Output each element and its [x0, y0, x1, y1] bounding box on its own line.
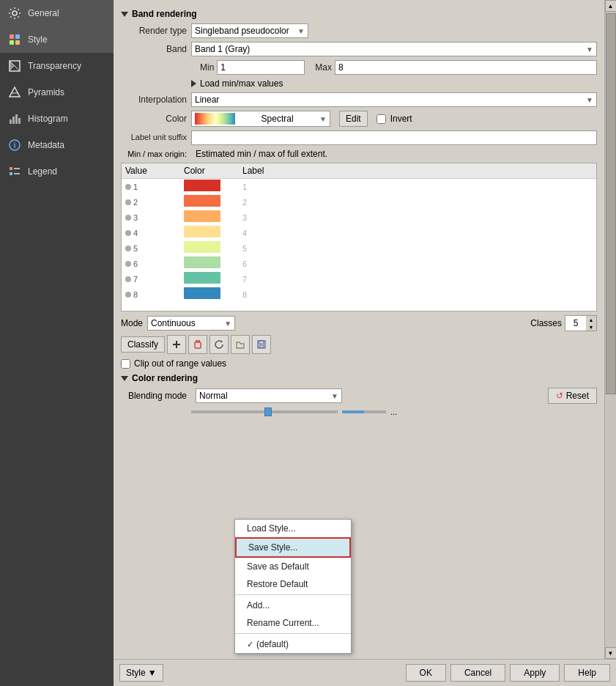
clip-checkbox[interactable]: [121, 359, 130, 369]
label-unit-label: Label unit suffix: [121, 133, 187, 142]
classify-toolbar: Classify: [121, 335, 597, 354]
sidebar-item-legend[interactable]: Legend: [0, 158, 114, 185]
scrollbar[interactable]: ▲ ▼: [604, 0, 616, 659]
content-area: Band rendering Render type Singleband ps…: [114, 0, 604, 659]
save-icon-button[interactable]: [252, 335, 271, 354]
svg-rect-26: [259, 345, 264, 347]
sidebar-transparency-label: Transparency: [28, 61, 81, 71]
svg-rect-9: [12, 117, 15, 124]
mode-combo[interactable]: Continuous ▼: [147, 316, 235, 331]
opacity-slider-row: ...: [191, 407, 597, 416]
interpolation-combo[interactable]: Linear ▼: [191, 92, 597, 107]
sidebar-item-general[interactable]: General: [0, 0, 114, 26]
opacity-slider[interactable]: [191, 410, 338, 413]
general-icon: [7, 6, 22, 21]
render-type-row: Render type Singleband pseudocolor ▼: [121, 23, 597, 38]
color-rendering-section: Color rendering Blending mode Normal ▼ ↺…: [121, 373, 597, 416]
save-style-item[interactable]: Save Style...: [235, 537, 351, 558]
band-combo[interactable]: Band 1 (Gray) ▼: [191, 42, 597, 56]
brightness-slider[interactable]: [342, 410, 386, 413]
blending-combo[interactable]: Normal ▼: [196, 388, 342, 403]
sidebar-pyramids-label: Pyramids: [28, 87, 64, 97]
interpolation-arrow-icon: ▼: [586, 96, 593, 104]
band-rendering-header: Band rendering: [121, 9, 597, 19]
header-value: Value: [125, 166, 184, 176]
sidebar-item-transparency[interactable]: Transparency: [0, 53, 114, 79]
style-dropdown-menu: Load Style... Save Style... Save as Defa…: [234, 519, 352, 654]
label-unit-row: Label unit suffix: [121, 130, 597, 145]
svg-rect-14: [10, 167, 12, 170]
classes-up-button[interactable]: ▲: [586, 316, 596, 323]
load-minmax-row[interactable]: Load min/max values: [191, 78, 597, 89]
folder-icon-button[interactable]: [231, 335, 250, 354]
mode-arrow-icon: ▼: [224, 320, 231, 328]
label-unit-input[interactable]: [191, 130, 597, 145]
style-button-label: Style: [126, 668, 146, 678]
color-combo[interactable]: Spectral ▼: [191, 111, 330, 127]
rename-current-item[interactable]: Rename Current...: [235, 614, 351, 632]
ok-button[interactable]: OK: [406, 664, 446, 682]
clip-checkbox-row: Clip out of range values: [121, 358, 597, 369]
render-type-combo[interactable]: Singleband pseudocolor ▼: [191, 23, 308, 38]
help-button[interactable]: Help: [564, 664, 610, 682]
style-button[interactable]: Style ▼: [119, 664, 163, 682]
table-row: 7 7: [122, 271, 596, 287]
min-input[interactable]: 1: [217, 60, 305, 75]
color-row: Color Spectral ▼ Edit Invert: [121, 111, 597, 127]
legend-icon: [7, 164, 22, 179]
min-label: Min: [200, 62, 214, 73]
remove-icon-button[interactable]: [188, 335, 207, 354]
sidebar: General Style Transparency: [0, 0, 114, 686]
invert-checkbox[interactable]: [376, 114, 386, 124]
transparency-icon: [7, 59, 22, 73]
apply-button[interactable]: Apply: [510, 664, 560, 682]
scroll-track[interactable]: [605, 12, 617, 647]
color-arrow-icon: ▼: [319, 115, 327, 123]
add-icon-button[interactable]: [167, 335, 186, 354]
mode-label: Mode: [121, 318, 143, 328]
svg-rect-1: [10, 34, 14, 39]
svg-rect-4: [15, 40, 20, 45]
load-style-item[interactable]: Load Style...: [235, 520, 351, 537]
max-input[interactable]: 8: [335, 60, 597, 75]
svg-rect-16: [10, 172, 12, 175]
table-row: 3 3: [122, 210, 596, 225]
color-rendering-title: Color rendering: [132, 373, 198, 383]
table-row: 8 8: [122, 287, 596, 302]
edit-button[interactable]: Edit: [339, 111, 368, 127]
band-value: Band 1 (Gray): [195, 44, 250, 54]
reset-button[interactable]: ↺ Reset: [548, 388, 597, 404]
minmax-origin-row: Min / max origin: Estimated min / max of…: [121, 149, 597, 159]
scroll-up-button[interactable]: ▲: [605, 0, 617, 12]
save-default-item[interactable]: Save as Default: [235, 558, 351, 575]
refresh-icon-button[interactable]: [209, 335, 229, 354]
style-button-container: Style ▼: [119, 664, 163, 682]
table-row: 4 4: [122, 225, 596, 240]
cancel-button[interactable]: Cancel: [450, 664, 505, 682]
triangle-down-icon: [121, 12, 128, 17]
sidebar-item-style[interactable]: Style: [0, 26, 114, 53]
scroll-thumb[interactable]: [606, 13, 616, 394]
sidebar-general-label: General: [28, 8, 59, 18]
scroll-down-button[interactable]: ▼: [605, 647, 617, 659]
metadata-icon: i: [7, 138, 22, 152]
menu-separator-2: [235, 633, 351, 634]
bottom-bar: Style ▼ OK Cancel Apply Help Load Style.…: [114, 659, 616, 686]
sidebar-item-histogram[interactable]: Histogram: [0, 106, 114, 132]
default-item[interactable]: ✓ (default): [235, 635, 351, 653]
classes-down-button[interactable]: ▼: [586, 323, 596, 331]
classes-input[interactable]: [565, 316, 586, 331]
color-table-header: Value Color Label: [122, 163, 596, 179]
triangle-right-icon: [191, 80, 196, 87]
classes-spinner[interactable]: ▲ ▼: [565, 315, 597, 331]
sidebar-item-pyramids[interactable]: Pyramids: [0, 79, 114, 106]
blending-arrow-icon: ▼: [331, 392, 338, 400]
blending-value: Normal: [199, 391, 228, 401]
color-label: Color: [121, 114, 187, 124]
mode-row: Mode Continuous ▼ Classes ▲ ▼: [121, 315, 597, 331]
clip-label: Clip out of range values: [134, 358, 226, 369]
add-item[interactable]: Add...: [235, 597, 351, 614]
restore-default-item[interactable]: Restore Default: [235, 575, 351, 593]
sidebar-item-metadata[interactable]: i Metadata: [0, 132, 114, 158]
classify-button[interactable]: Classify: [121, 336, 165, 353]
